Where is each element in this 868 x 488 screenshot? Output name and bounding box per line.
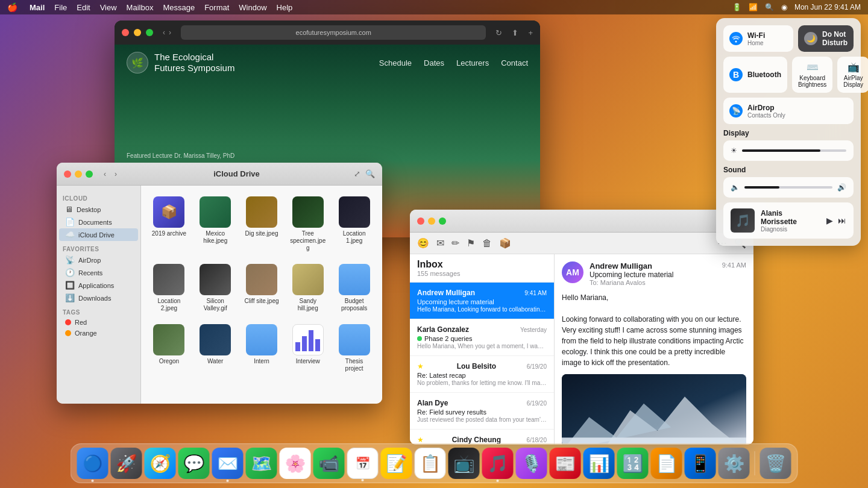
menu-message[interactable]: Message bbox=[163, 3, 195, 12]
mail-item-4[interactable]: ★ Cindy Cheung 6/18/20 Project timeline … bbox=[410, 430, 554, 445]
sidebar-item-applications[interactable]: 🔲 Applications bbox=[59, 279, 138, 292]
finder-item-tree[interactable]: Tree specimen.jpeg bbox=[287, 193, 329, 255]
dock-keynote[interactable]: 📊 bbox=[583, 448, 615, 479]
dock-photos[interactable]: 🌸 bbox=[280, 448, 311, 479]
play-button[interactable]: ▶ bbox=[826, 216, 833, 225]
dock-pages[interactable]: 📄 bbox=[651, 448, 682, 479]
mail-item-1[interactable]: Karla Gonzalez Yesterday Phase 2 queries… bbox=[410, 319, 554, 356]
finder-item-location2[interactable]: Location 2.jpeg bbox=[148, 260, 190, 316]
nav-contact[interactable]: Contact bbox=[501, 58, 528, 67]
dock-messages[interactable]: 💬 bbox=[178, 448, 210, 479]
archive-icon[interactable]: 📦 bbox=[499, 237, 511, 249]
finder-search[interactable]: 🔍 bbox=[365, 169, 375, 178]
fullscreen-button[interactable] bbox=[146, 29, 153, 36]
menu-view[interactable]: View bbox=[100, 3, 117, 12]
finder-item-location1[interactable]: Location 1.jpeg bbox=[333, 193, 375, 255]
dock-stickies[interactable]: 📝 bbox=[381, 448, 412, 479]
finder-back[interactable]: ‹ bbox=[101, 169, 108, 180]
dock-calendar[interactable]: 📅 bbox=[347, 448, 379, 479]
dock-appstore[interactable]: 📱 bbox=[685, 448, 716, 479]
app-name[interactable]: Mail bbox=[30, 3, 45, 12]
mail-item-2[interactable]: ★ Lou Belsito 6/19/20 Re: Latest recap N… bbox=[410, 356, 554, 393]
close-button[interactable] bbox=[122, 29, 129, 36]
refresh-icon[interactable]: ↻ bbox=[495, 28, 502, 37]
siri-icon[interactable]: ◉ bbox=[781, 3, 787, 11]
finder-item-interview[interactable]: Interview bbox=[287, 321, 329, 376]
dock-music[interactable]: 🎵 bbox=[482, 448, 514, 479]
finder-action-expand[interactable]: ⤢ bbox=[354, 169, 360, 178]
new-message-icon[interactable]: ✉ bbox=[436, 237, 444, 249]
finder-fullscreen[interactable] bbox=[86, 170, 93, 178]
dock-systemprefs[interactable]: ⚙️ bbox=[719, 448, 750, 479]
dock-facetime[interactable]: 📹 bbox=[313, 448, 345, 479]
finder-item-water[interactable]: Water bbox=[195, 321, 236, 376]
skip-button[interactable]: ⏭ bbox=[838, 216, 846, 225]
nav-dates[interactable]: Dates bbox=[424, 58, 444, 67]
sidebar-tag-red[interactable]: Red bbox=[59, 317, 138, 328]
dock-tv[interactable]: 📺 bbox=[448, 448, 480, 479]
sidebar-tag-orange[interactable]: Orange bbox=[59, 328, 138, 339]
nav-lecturers[interactable]: Lecturers bbox=[456, 58, 489, 67]
compose-icon[interactable]: 😊 bbox=[417, 237, 429, 249]
cc-bluetooth-tile[interactable]: B Bluetooth bbox=[723, 57, 787, 93]
finder-item-archive[interactable]: 📦 2019 archive bbox=[148, 193, 190, 255]
menu-format[interactable]: Format bbox=[204, 3, 229, 12]
address-bar[interactable]: ecofuturesymposium.com bbox=[181, 25, 486, 40]
finder-item-cliff[interactable]: Cliff site.jpeg bbox=[241, 260, 283, 316]
cc-wifi-tile[interactable]: Wi-Fi Home bbox=[723, 25, 793, 52]
mail-minimize[interactable] bbox=[428, 217, 435, 225]
dock-numbers[interactable]: 🔢 bbox=[617, 448, 649, 479]
delete-icon[interactable]: 🗑 bbox=[482, 238, 492, 249]
sidebar-item-downloads[interactable]: ⬇️ Downloads bbox=[59, 292, 138, 304]
dock-launchpad[interactable]: 🚀 bbox=[111, 448, 142, 479]
dock-reminders[interactable]: 📋 bbox=[415, 448, 446, 479]
dock-maps[interactable]: 🗺️ bbox=[246, 448, 277, 479]
finder-item-dig[interactable]: Dig site.jpeg bbox=[241, 193, 283, 255]
mail-fullscreen[interactable] bbox=[439, 217, 446, 225]
finder-item-thesis[interactable]: Thesis project bbox=[333, 321, 375, 376]
nav-schedule[interactable]: Schedule bbox=[379, 58, 412, 67]
forward-button[interactable]: › bbox=[169, 28, 171, 37]
apple-menu[interactable]: 🍎 bbox=[7, 2, 17, 12]
edit-icon[interactable]: ✏ bbox=[451, 237, 459, 249]
dock-podcasts[interactable]: 🎙️ bbox=[516, 448, 547, 479]
dock-mail[interactable]: ✉️ bbox=[212, 448, 244, 479]
finder-item-budget[interactable]: Budget proposals bbox=[333, 260, 375, 316]
finder-item-intern[interactable]: Intern bbox=[241, 321, 283, 376]
menu-help[interactable]: Help bbox=[277, 3, 293, 12]
menu-mailbox[interactable]: Mailbox bbox=[127, 3, 154, 12]
volume-slider[interactable] bbox=[744, 186, 832, 189]
mail-item-0[interactable]: Andrew Mulligan 9:41 AM Upcoming lecture… bbox=[410, 283, 554, 319]
mail-close[interactable] bbox=[417, 217, 424, 225]
back-button[interactable]: ‹ bbox=[163, 28, 165, 37]
minimize-button[interactable] bbox=[134, 29, 141, 36]
dock-news[interactable]: 📰 bbox=[550, 448, 581, 479]
cc-airdrop-tile[interactable]: 📡 AirDrop Contacts Only bbox=[723, 98, 854, 124]
finder-item-mexico[interactable]: Mexico hike.jpeg bbox=[195, 193, 236, 255]
finder-item-sandy[interactable]: Sandy hill.jpeg bbox=[287, 260, 329, 316]
sidebar-item-recents[interactable]: 🕐 Recents bbox=[59, 266, 138, 279]
share-icon[interactable]: ⬆ bbox=[512, 28, 518, 37]
cc-keyboard-tile[interactable]: ⌨️ Keyboard Brightness bbox=[792, 57, 832, 93]
dock-trash[interactable]: 🗑️ bbox=[760, 448, 791, 479]
finder-item-oregon[interactable]: Oregon bbox=[148, 321, 190, 376]
sidebar-item-icloud-drive[interactable]: ☁️ iCloud Drive bbox=[59, 228, 138, 241]
sidebar-item-documents[interactable]: 📄 Documents bbox=[59, 216, 138, 228]
menu-edit[interactable]: Edit bbox=[77, 3, 90, 12]
brightness-slider[interactable] bbox=[742, 149, 846, 152]
cc-dnd-tile[interactable]: 🌙 Do Not Disturb bbox=[798, 25, 854, 52]
flag-icon[interactable]: ⚑ bbox=[467, 237, 475, 249]
finder-minimize[interactable] bbox=[75, 170, 82, 178]
finder-forward[interactable]: › bbox=[112, 169, 119, 180]
dock-finder[interactable]: 🔵 bbox=[77, 448, 108, 479]
sidebar-item-desktop[interactable]: 🖥 Desktop bbox=[59, 203, 138, 216]
mail-item-3[interactable]: Alan Dye 6/19/20 Re: Field survey result… bbox=[410, 393, 554, 430]
new-tab-icon[interactable]: + bbox=[528, 28, 533, 37]
menu-window[interactable]: Window bbox=[239, 3, 266, 12]
menu-file[interactable]: File bbox=[54, 3, 67, 12]
search-icon[interactable]: 🔍 bbox=[765, 3, 774, 11]
dock-safari[interactable]: 🧭 bbox=[145, 448, 176, 479]
sidebar-item-airdrop[interactable]: 📡 AirDrop bbox=[59, 254, 138, 266]
finder-close[interactable] bbox=[64, 170, 71, 178]
finder-item-siliconvalley[interactable]: Silicon Valley.gif bbox=[195, 260, 236, 316]
